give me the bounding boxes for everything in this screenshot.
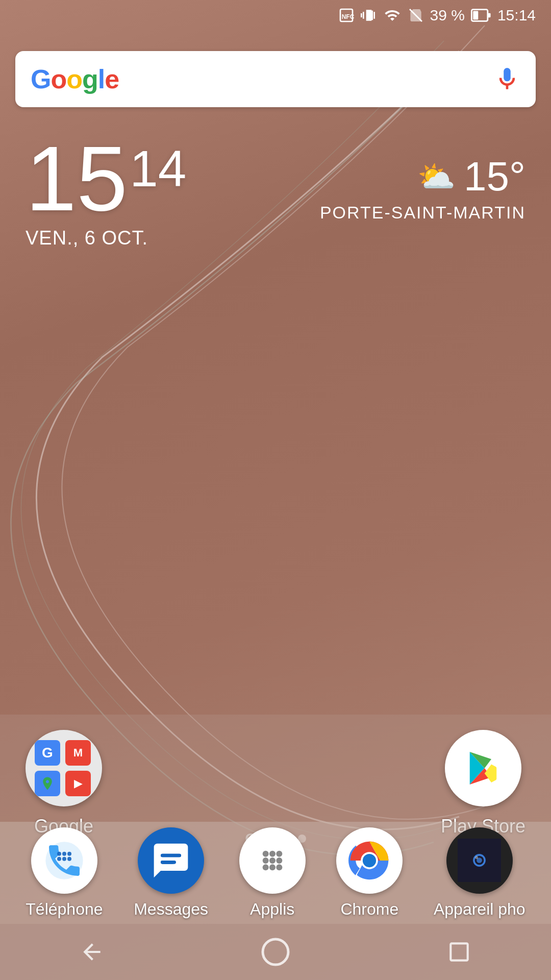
battery-percent: 39 %: [430, 7, 465, 24]
svg-point-10: [57, 851, 61, 855]
svg-point-13: [57, 856, 61, 861]
dock-applis[interactable]: Applis: [239, 827, 306, 919]
no-sim-icon: [408, 7, 424, 23]
svg-point-34: [263, 939, 288, 965]
svg-point-33: [475, 856, 479, 859]
clock-date: VEN., 6 OCT.: [26, 227, 186, 249]
nfc-icon: NFC: [338, 7, 355, 23]
svg-point-15: [67, 856, 71, 861]
weather-temp: 15°: [464, 153, 525, 200]
back-icon: [79, 939, 105, 965]
status-bar: NFC 39 %: [0, 0, 551, 31]
google-folder-icon[interactable]: G M ▶ Google: [26, 730, 102, 837]
google-folder-circle[interactable]: G M ▶: [26, 730, 102, 806]
svg-point-19: [269, 850, 276, 856]
dock-messages[interactable]: Messages: [134, 827, 208, 919]
google-g-mini: G: [35, 740, 60, 766]
telephone-icon: [44, 840, 85, 881]
nav-back-button[interactable]: [71, 932, 112, 972]
svg-rect-5: [473, 11, 478, 19]
applis-icon-circle[interactable]: [239, 827, 306, 894]
play-store-app[interactable]: Play Store: [441, 730, 525, 837]
battery-icon: [471, 7, 491, 23]
search-bar[interactable]: Google: [15, 51, 536, 107]
svg-rect-17: [161, 861, 174, 864]
svg-point-25: [269, 864, 276, 870]
weather-icon: ⛅: [417, 159, 456, 195]
dock-chrome[interactable]: Chrome: [336, 827, 403, 919]
svg-point-29: [363, 853, 376, 867]
camera-icon-circle[interactable]: [446, 827, 513, 894]
svg-point-12: [67, 851, 71, 855]
messages-icon: [151, 840, 191, 881]
gmail-mini: M: [65, 740, 91, 766]
play-store-circle[interactable]: [445, 730, 521, 806]
telephone-label: Téléphone: [26, 900, 103, 919]
microphone-icon[interactable]: [494, 66, 520, 92]
weather-widget: ⛅ 15° PORTE-SAINT-MARTIN: [320, 153, 525, 223]
chrome-icon-circle[interactable]: [336, 827, 403, 894]
youtube-mini: ▶: [65, 771, 91, 796]
svg-rect-16: [161, 853, 181, 857]
clock-minutes: 14: [130, 143, 186, 194]
svg-point-22: [269, 857, 276, 864]
svg-text:NFC: NFC: [341, 13, 354, 20]
telephone-icon-circle[interactable]: [31, 827, 97, 894]
nav-home-button[interactable]: [255, 932, 296, 972]
wifi-icon: [383, 7, 402, 23]
svg-rect-35: [450, 943, 467, 960]
messages-label: Messages: [134, 900, 208, 919]
svg-point-23: [276, 857, 282, 864]
dock: Téléphone Messages: [0, 822, 551, 924]
status-time: 15:14: [497, 7, 536, 24]
svg-point-26: [276, 864, 282, 870]
clock-hour: 15: [26, 133, 128, 225]
weather-location: PORTE-SAINT-MARTIN: [320, 203, 525, 223]
recent-icon: [446, 939, 472, 965]
camera-label: Appareil pho: [434, 900, 525, 919]
camera-icon: [458, 839, 501, 882]
svg-point-14: [62, 856, 66, 861]
dock-telephone[interactable]: Téléphone: [26, 827, 103, 919]
applis-label: Applis: [250, 900, 294, 919]
dock-camera[interactable]: Appareil pho: [434, 827, 525, 919]
maps-mini: [35, 771, 60, 796]
svg-point-24: [262, 864, 268, 870]
chrome-label: Chrome: [340, 900, 398, 919]
vibrate-icon: [361, 7, 377, 23]
applis-icon: [252, 840, 293, 881]
svg-rect-6: [488, 13, 491, 18]
home-icon: [260, 937, 291, 967]
svg-point-18: [262, 850, 268, 856]
google-logo: Google: [31, 64, 119, 94]
chrome-icon: [346, 838, 392, 884]
svg-point-20: [276, 850, 282, 856]
clock-widget: 15 14 VEN., 6 OCT.: [26, 133, 186, 249]
svg-point-21: [262, 857, 268, 864]
messages-icon-circle[interactable]: [138, 827, 204, 894]
play-store-icon: [460, 745, 506, 791]
svg-point-11: [62, 851, 66, 855]
nav-bar: [0, 924, 551, 980]
nav-recent-button[interactable]: [439, 932, 480, 972]
home-apps: G M ▶ Google: [0, 730, 551, 837]
